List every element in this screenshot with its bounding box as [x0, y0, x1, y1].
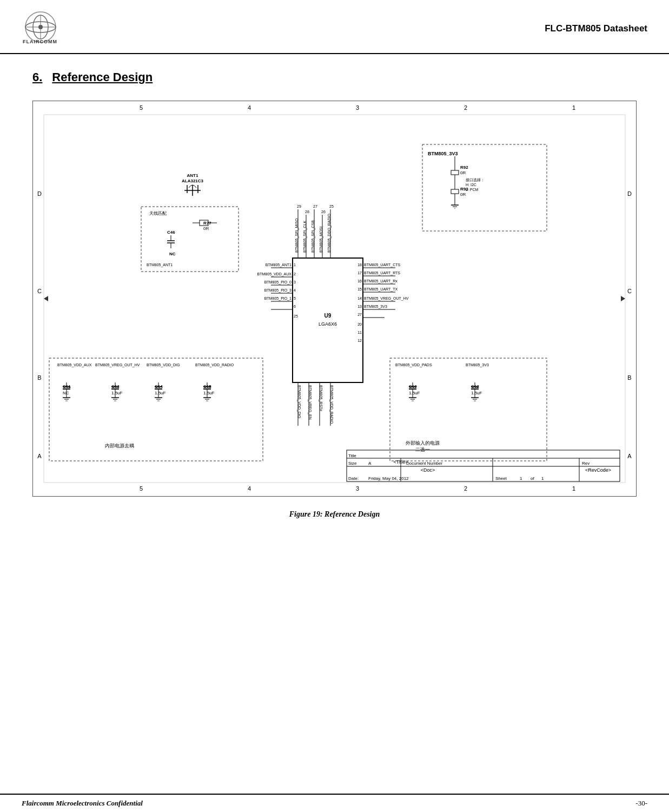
- svg-text:BTM805_VREG_EN: BTM805_VREG_EN: [308, 385, 312, 420]
- svg-text:1.5uF: 1.5uF: [409, 391, 420, 395]
- svg-text:BTM805_MOSI: BTM805_MOSI: [319, 227, 323, 253]
- svg-text:BTM805_DDO_RADIO: BTM805_DDO_RADIO: [327, 213, 332, 253]
- svg-text:BTM805_VDD_DIG: BTM805_VDD_DIG: [297, 385, 301, 418]
- svg-text:接口选择：: 接口选择：: [466, 178, 485, 182]
- svg-text:0R: 0R: [460, 192, 466, 197]
- svg-marker-30: [621, 296, 625, 301]
- flaircomm-logo-icon: FLAIRCOMM: [22, 10, 59, 48]
- logo-area: FLAIRCOMM: [22, 10, 59, 48]
- svg-text:28: 28: [305, 210, 309, 214]
- svg-text:4: 4: [294, 288, 296, 292]
- section-title: Reference Design: [52, 70, 153, 84]
- svg-text:27: 27: [357, 313, 362, 316]
- svg-text:3: 3: [356, 485, 359, 492]
- svg-text:17: 17: [357, 271, 362, 275]
- figure-caption: Figure 19: Reference Design: [32, 510, 637, 519]
- svg-rect-106: [451, 189, 459, 194]
- svg-text:1: 1: [294, 263, 296, 267]
- svg-text:D: D: [627, 190, 632, 197]
- svg-text:NC: NC: [63, 391, 69, 395]
- svg-text:1.5uF: 1.5uF: [155, 391, 166, 395]
- svg-text:1: 1: [572, 104, 575, 111]
- svg-text:A: A: [627, 453, 632, 459]
- svg-text:BTM805_ANT1: BTM805_ANT1: [147, 263, 173, 267]
- svg-text:1.5uF: 1.5uF: [111, 391, 123, 395]
- svg-text:<RevCode>: <RevCode>: [585, 467, 611, 473]
- svg-text:Friday, May 04, 2012: Friday, May 04, 2012: [368, 476, 409, 481]
- svg-text:0R: 0R: [460, 170, 466, 175]
- svg-text:25: 25: [294, 314, 298, 318]
- svg-text:ALA321C3: ALA321C3: [182, 179, 204, 183]
- svg-text:D: D: [37, 190, 42, 197]
- svg-text:27: 27: [313, 204, 317, 208]
- svg-text:U9: U9: [324, 313, 332, 319]
- svg-text:4: 4: [248, 104, 251, 111]
- svg-text:BTM805_3V3: BTM805_3V3: [466, 363, 489, 367]
- svg-text:14: 14: [357, 296, 362, 300]
- main-content: 6.Reference Design 5 4 3 2 1: [0, 54, 669, 794]
- svg-text:BTM805_VREG_OUT_HV: BTM805_VREG_OUT_HV: [364, 296, 409, 301]
- footer-company: Flaircomm Microelectronics Confidential: [22, 799, 143, 808]
- svg-rect-92: [422, 144, 547, 231]
- page-footer: Flaircomm Microelectronics Confidential …: [0, 794, 669, 812]
- svg-text:BTM805_VDD_RADIO: BTM805_VDD_RADIO: [195, 363, 234, 367]
- svg-text:Date:: Date:: [348, 476, 359, 481]
- svg-text:6: 6: [294, 305, 296, 308]
- svg-rect-51: [293, 258, 363, 382]
- schematic-diagram: 5 4 3 2 1 5 4 3 2 1 D C B A: [33, 101, 636, 496]
- svg-text:C46: C46: [167, 230, 175, 235]
- svg-text:BTM805_VDD_AUX: BTM805_VDD_AUX: [57, 363, 92, 367]
- svg-text:B: B: [37, 374, 41, 381]
- svg-text:BTM805_UART_CTS: BTM805_UART_CTS: [364, 263, 401, 267]
- svg-text:B: B: [627, 374, 631, 381]
- svg-text:BTM805_PIO_1: BTM805_PIO_1: [264, 296, 292, 301]
- section-number: 6.: [32, 70, 42, 84]
- footer-page-number: -30-: [635, 799, 647, 808]
- svg-text:1: 1: [520, 476, 522, 481]
- svg-text:内部电源去耦: 内部电源去耦: [105, 443, 134, 448]
- svg-text:BTM805_UART_Rx: BTM805_UART_Rx: [364, 279, 398, 283]
- svg-text:LGA6X6: LGA6X6: [319, 321, 337, 327]
- svg-text:BTM805_SPI_CLK: BTM805_SPI_CLK: [303, 221, 307, 253]
- svg-text:A: A: [37, 453, 42, 459]
- svg-text:天线匹配: 天线匹配: [149, 211, 167, 216]
- svg-text:0R: 0R: [203, 226, 209, 231]
- svg-text:BTM805_PIO_0: BTM805_PIO_0: [264, 280, 292, 285]
- svg-rect-37: [141, 207, 239, 272]
- svg-text:5: 5: [140, 104, 143, 111]
- svg-text:BTM805_PIO_3: BTM805_PIO_3: [264, 288, 292, 293]
- svg-text:15: 15: [357, 287, 362, 291]
- svg-text:BTM805_UART_RTS: BTM805_UART_RTS: [364, 271, 400, 275]
- svg-text:13: 13: [357, 305, 362, 308]
- svg-text:29: 29: [297, 204, 301, 208]
- svg-text:5: 5: [294, 296, 296, 300]
- svg-text:BTM805_3V3: BTM805_3V3: [428, 151, 458, 156]
- svg-text:3: 3: [294, 280, 296, 284]
- svg-text:A: A: [368, 461, 372, 466]
- svg-text:BTM805_UART_TX: BTM805_UART_TX: [364, 287, 398, 292]
- svg-text:3: 3: [356, 104, 359, 111]
- svg-text:Document Number: Document Number: [406, 461, 442, 466]
- svg-text:4: 4: [248, 485, 251, 492]
- svg-text:外部输入的电源: 外部输入的电源: [406, 440, 440, 446]
- svg-text:BTM805_VDD_AUX: BTM805_VDD_AUX: [257, 272, 292, 276]
- svg-text:C: C: [627, 288, 632, 294]
- svg-text:BTM805_VDD_PADS: BTM805_VDD_PADS: [395, 363, 432, 367]
- svg-text:20: 20: [357, 322, 362, 326]
- svg-text:BTM805_RST#: BTM805_RST#: [319, 385, 323, 411]
- svg-text:Sheet: Sheet: [495, 476, 507, 481]
- svg-text:BTM805_VDD_DIG: BTM805_VDD_DIG: [147, 363, 180, 367]
- svg-text:Rev: Rev: [582, 461, 589, 466]
- svg-text:FLAIRCOMM: FLAIRCOMM: [23, 39, 57, 44]
- svg-text:BTM805_VDD_RADIO: BTM805_VDD_RADIO: [329, 385, 334, 424]
- svg-text:C: C: [37, 288, 42, 294]
- header-title: FLC-BTM805 Datasheet: [545, 23, 647, 34]
- svg-text:1.5uF: 1.5uF: [471, 391, 482, 395]
- svg-text:R93: R93: [460, 187, 468, 192]
- svg-text:BTM805_SPI_MISO: BTM805_SPI_MISO: [295, 218, 299, 253]
- svg-text:BTM805_ANT1: BTM805_ANT1: [266, 263, 292, 267]
- page-container: FLAIRCOMM FLC-BTM805 Datasheet 6.Referen…: [0, 0, 669, 812]
- section-heading: 6.Reference Design: [32, 70, 637, 84]
- svg-text:25: 25: [329, 204, 334, 208]
- svg-text:5: 5: [140, 485, 143, 492]
